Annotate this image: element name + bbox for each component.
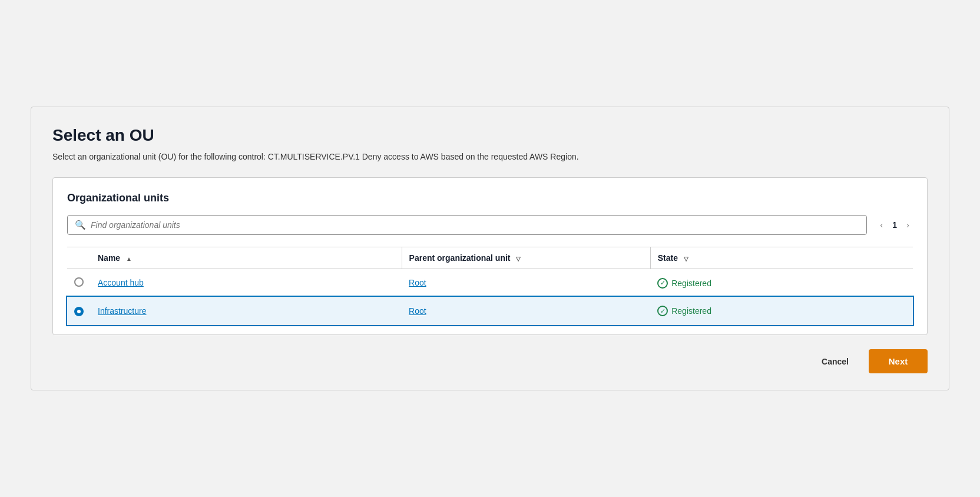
table-header-row: Name ▲ Parent organizational unit ▽ Stat… bbox=[67, 247, 913, 269]
page-description: Select an organizational unit (OU) for t… bbox=[52, 151, 582, 163]
table-cell-parent[interactable]: Root bbox=[402, 269, 650, 297]
pagination-prev-button[interactable]: ‹ bbox=[876, 218, 886, 231]
search-input[interactable] bbox=[91, 220, 859, 230]
card-title: Organizational units bbox=[67, 192, 913, 204]
table-cell-name[interactable]: Account hub bbox=[91, 269, 402, 297]
select-ou-dialog: Select an OU Select an organizational un… bbox=[31, 107, 949, 391]
state-text: Registered bbox=[671, 279, 711, 288]
th-parent: Parent organizational unit ▽ bbox=[402, 247, 650, 269]
state-text: Registered bbox=[671, 306, 711, 316]
table-row[interactable]: InfrastructureRoot✓Registered bbox=[67, 297, 913, 325]
th-name: Name ▲ bbox=[91, 247, 402, 269]
pagination-next-button[interactable]: › bbox=[903, 218, 913, 231]
th-select bbox=[67, 247, 91, 269]
name-sort-icon[interactable]: ▲ bbox=[126, 256, 132, 262]
table-body: Account hubRoot✓RegisteredInfrastructure… bbox=[67, 269, 913, 325]
page-title: Select an OU bbox=[52, 126, 928, 145]
next-button[interactable]: Next bbox=[869, 349, 928, 373]
table-row[interactable]: Account hubRoot✓Registered bbox=[67, 269, 913, 297]
radio-unselected[interactable] bbox=[74, 277, 84, 287]
parent-sort-icon[interactable]: ▽ bbox=[516, 256, 521, 262]
cancel-button[interactable]: Cancel bbox=[811, 351, 859, 372]
ou-table: Name ▲ Parent organizational unit ▽ Stat… bbox=[67, 247, 913, 326]
radio-cell[interactable] bbox=[67, 297, 91, 325]
pagination-current: 1 bbox=[890, 220, 899, 230]
table-cell-parent[interactable]: Root bbox=[402, 297, 650, 325]
th-state: State ▽ bbox=[650, 247, 913, 269]
radio-cell[interactable] bbox=[67, 269, 91, 297]
check-circle-icon: ✓ bbox=[657, 306, 668, 316]
state-sort-icon[interactable]: ▽ bbox=[684, 256, 688, 262]
ou-name-link[interactable]: Infrastructure bbox=[98, 306, 146, 316]
parent-ou-link[interactable]: Root bbox=[409, 278, 426, 287]
search-container: 🔍 bbox=[67, 215, 867, 235]
table-cell-state: ✓Registered bbox=[650, 297, 913, 325]
check-circle-icon: ✓ bbox=[657, 278, 668, 289]
ou-name-link[interactable]: Account hub bbox=[98, 278, 144, 287]
footer-row: Cancel Next bbox=[52, 349, 928, 373]
status-badge: ✓Registered bbox=[657, 278, 711, 289]
organizational-units-card: Organizational units 🔍 ‹ 1 › Name ▲ bbox=[52, 177, 928, 336]
status-badge: ✓Registered bbox=[657, 306, 711, 316]
parent-ou-link[interactable]: Root bbox=[409, 306, 426, 316]
radio-selected[interactable] bbox=[74, 307, 84, 316]
table-cell-name[interactable]: Infrastructure bbox=[91, 297, 402, 325]
search-icon: 🔍 bbox=[75, 220, 86, 230]
table-cell-state: ✓Registered bbox=[650, 269, 913, 297]
pagination: ‹ 1 › bbox=[876, 218, 913, 231]
search-pagination-row: 🔍 ‹ 1 › bbox=[67, 215, 913, 235]
